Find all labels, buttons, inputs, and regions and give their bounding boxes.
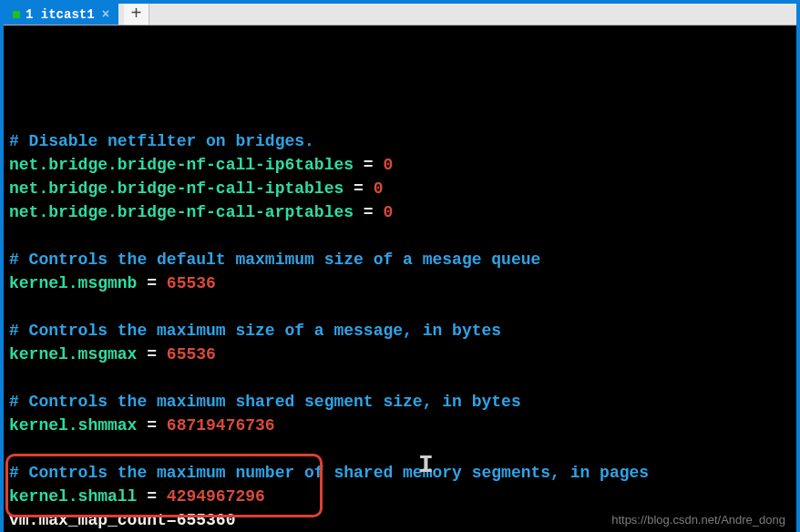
code-segment: = xyxy=(354,203,383,221)
terminal-line xyxy=(9,437,791,461)
terminal-line: # Controls the maximum size of a message… xyxy=(9,319,791,343)
terminal-viewport[interactable]: I # Disable netfilter on bridges.net.bri… xyxy=(4,26,796,532)
code-segment xyxy=(9,440,19,458)
code-segment: kernel.shmmax xyxy=(9,416,137,435)
code-segment: net.bridge.bridge-nf-call-ip6tables xyxy=(9,156,354,174)
code-segment: # Disable netfilter on bridges. xyxy=(9,132,314,150)
code-segment: kernel.msgmax xyxy=(9,345,137,363)
tab-label: 1 itcast1 xyxy=(26,7,95,22)
code-segment: vm.max_map_count=655360 xyxy=(9,511,235,529)
new-tab-button[interactable]: + xyxy=(124,4,149,25)
terminal-line xyxy=(9,366,791,390)
code-segment: 0 xyxy=(383,156,393,174)
code-segment xyxy=(9,227,19,245)
terminal-line: net.bridge.bridge-nf-call-arptables = 0 xyxy=(9,200,791,224)
terminal-line: # Controls the maximum shared segment si… xyxy=(9,390,791,414)
code-segment xyxy=(9,369,19,387)
terminal-line: # Controls the maximum number of shared … xyxy=(9,461,791,485)
code-segment: net.bridge.bridge-nf-call-arptables xyxy=(9,203,354,221)
tab-bar: 1 itcast1 × + xyxy=(4,4,796,26)
code-segment: kernel.shmall xyxy=(9,487,137,506)
code-segment: net.bridge.bridge-nf-call-iptables xyxy=(9,179,344,198)
code-segment: 0 xyxy=(374,179,384,198)
code-segment: 65536 xyxy=(167,274,216,292)
terminal-line: net.bridge.bridge-nf-call-iptables = 0 xyxy=(9,177,791,200)
code-segment: 68719476736 xyxy=(167,416,275,435)
terminal-line: vm.max_map_count=655360 xyxy=(9,508,791,532)
code-segment: = xyxy=(354,156,383,174)
terminal-line: kernel.shmmax = 68719476736 xyxy=(9,414,791,437)
terminal-window: 1 itcast1 × + I # Disable netfilter on b… xyxy=(0,0,800,532)
code-segment: # Controls the maximum shared segment si… xyxy=(9,393,521,411)
terminal-line: # Disable netfilter on bridges. xyxy=(9,129,791,153)
terminal-line: kernel.shmall = 4294967296 xyxy=(9,485,791,508)
code-segment: = xyxy=(137,487,166,506)
code-segment: = xyxy=(137,274,166,292)
terminal-line xyxy=(9,295,791,319)
code-segment: # Controls the maximum size of a message… xyxy=(9,322,501,340)
tab-active[interactable]: 1 itcast1 × xyxy=(4,4,118,25)
code-segment: # Controls the maximum number of shared … xyxy=(9,464,649,482)
terminal-line: kernel.msgmnb = 65536 xyxy=(9,271,791,295)
code-segment: 4294967296 xyxy=(167,487,265,506)
terminal-line: # Controls the default maxmimum size of … xyxy=(9,248,791,271)
status-dot-icon xyxy=(13,11,20,18)
code-segment: 65536 xyxy=(167,345,216,363)
code-segment: = xyxy=(344,179,373,198)
code-segment: 0 xyxy=(383,203,393,221)
terminal-line: net.bridge.bridge-nf-call-ip6tables = 0 xyxy=(9,153,791,177)
terminal-line: kernel.msgmax = 65536 xyxy=(9,343,791,366)
code-segment: = xyxy=(137,345,166,363)
code-segment: # Controls the default maxmimum size of … xyxy=(9,251,540,269)
terminal-line xyxy=(9,224,791,248)
code-segment: = xyxy=(137,416,166,435)
code-segment xyxy=(9,298,19,316)
code-segment: kernel.msgmnb xyxy=(9,274,137,292)
close-icon[interactable]: × xyxy=(100,7,111,22)
